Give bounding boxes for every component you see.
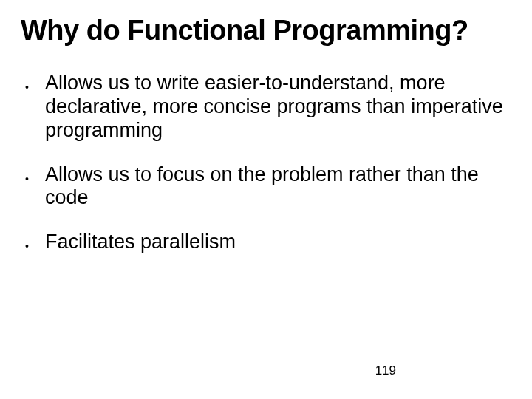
list-item: • Allows us to write easier-to-understan…	[25, 72, 511, 143]
list-item-text: Facilitates parallelism	[45, 231, 243, 254]
list-item-text: Allows us to focus on the problem rather…	[45, 163, 511, 211]
slide: Why do Functional Programming? • Allows …	[0, 0, 532, 399]
bullet-dot-icon: •	[25, 241, 29, 251]
slide-title: Why do Functional Programming?	[21, 15, 511, 47]
page-number: 119	[375, 364, 396, 378]
list-item-text: Allows us to write easier-to-understand,…	[45, 72, 511, 143]
bullet-dot-icon: •	[25, 174, 29, 184]
bullet-list: • Allows us to write easier-to-understan…	[21, 72, 511, 254]
list-item: • Allows us to focus on the problem rath…	[25, 163, 511, 211]
bullet-dot-icon: •	[25, 82, 29, 92]
list-item: • Facilitates parallelism	[25, 231, 511, 254]
